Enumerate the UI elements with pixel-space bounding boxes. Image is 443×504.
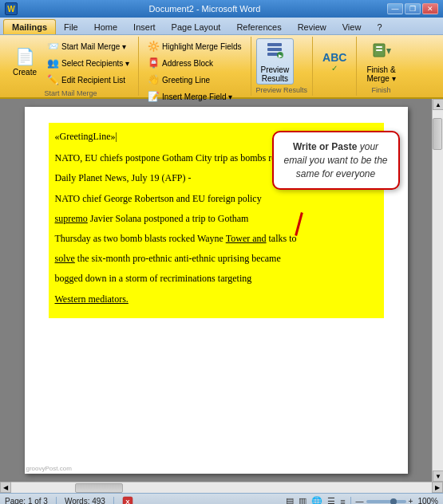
greeting-line-button[interactable]: 👋 Greeting Line (144, 72, 246, 88)
mail-merge-small-buttons: 📨 Start Mail Merge ▾ 👥 Select Recipients… (43, 38, 133, 88)
window-title: Document2 - Microsoft Word (22, 4, 387, 14)
mail-merge-icon: 📨 (47, 41, 59, 52)
restore-button[interactable]: ❐ (405, 3, 421, 14)
paragraph-3: NATO chief George Robertson and EU forei… (55, 191, 378, 207)
web-layout-button[interactable]: 🌐 (311, 496, 322, 504)
zoom-slider[interactable] (366, 500, 406, 503)
tab-home[interactable]: Home (86, 19, 125, 34)
h-scroll-thumb[interactable] (75, 483, 123, 493)
callout-strong: Write or Paste (293, 141, 357, 152)
status-right: ▤ ▥ 🌐 ☰ ≡ — + 100% (286, 496, 438, 504)
preview-results-buttons: ▶ PreviewResults (256, 38, 308, 85)
zoom-minus-button[interactable]: — (356, 497, 364, 504)
abc-group-label (318, 93, 351, 94)
create-icon: 📄 (15, 47, 35, 66)
paragraph-8: Western mediators. (55, 292, 378, 307)
tab-mailings[interactable]: Mailings (3, 19, 56, 34)
tab-page-layout[interactable]: Page Layout (164, 19, 229, 34)
paragraph-7: bogged down in a storm of recriminations… (55, 271, 378, 286)
document-scroll-area[interactable]: Write or Paste your email you want to be… (0, 99, 432, 482)
edit-recipients-icon: ✏️ (47, 74, 59, 85)
document-container: Write or Paste your email you want to be… (0, 99, 443, 482)
svg-rect-6 (376, 46, 382, 48)
title-bar: W Document2 - Microsoft Word — ❐ ✕ (0, 0, 443, 18)
close-button[interactable]: ✕ (422, 3, 438, 14)
select-recipients-button[interactable]: 👥 Select Recipients ▾ (43, 55, 133, 71)
ribbon-group-write-insert: 🔆 Highlight Merge Fields 📮 Address Block… (139, 37, 251, 96)
print-layout-button[interactable]: ▤ (286, 496, 294, 504)
highlight-icon: 🔆 (148, 41, 160, 52)
scroll-left-button[interactable]: ◀ (0, 482, 11, 493)
preview-results-group-label: Preview Results (256, 85, 308, 94)
tab-help[interactable]: ? (369, 19, 390, 34)
svg-marker-8 (386, 49, 391, 54)
start-mail-merge-label: Start Mail Merge ▾ (61, 42, 126, 51)
greeting-line-text: «GreetingLine» (55, 131, 116, 142)
horizontal-scrollbar[interactable] (11, 482, 432, 493)
address-block-button[interactable]: 📮 Address Block (144, 55, 246, 71)
preview-results-button[interactable]: ▶ PreviewResults (256, 38, 295, 85)
start-mail-merge-button[interactable]: 📨 Start Mail Merge ▾ (43, 38, 133, 54)
highlight-merge-fields-label: Highlight Merge Fields (162, 42, 242, 51)
tab-view[interactable]: View (334, 19, 370, 34)
preview-icon: ▶ (265, 41, 284, 64)
scroll-thumb[interactable] (433, 118, 442, 150)
minimize-button[interactable]: — (387, 3, 403, 14)
outline-view-button[interactable]: ☰ (327, 496, 335, 504)
ribbon-tabs: Mailings File Home Insert Page Layout Re… (0, 18, 443, 35)
status-separator-1 (56, 497, 57, 505)
abc-button[interactable]: ABC ✓ (318, 38, 351, 85)
start-mail-merge-group-label: Start Mail Merge (8, 88, 133, 97)
underline-solve: solve (55, 253, 75, 264)
abc-icon: ABC (322, 51, 346, 64)
select-recipients-label: Select Recipients ▾ (61, 59, 129, 68)
scroll-up-button[interactable]: ▲ (433, 99, 443, 110)
underline-tower: Tower and (226, 233, 267, 244)
edit-recipient-list-button[interactable]: ✏️ Edit Recipient List (43, 72, 133, 88)
status-separator-2 (113, 497, 114, 505)
write-insert-small-buttons: 🔆 Highlight Merge Fields 📮 Address Block… (144, 38, 246, 104)
scroll-right-button[interactable]: ▶ (432, 482, 443, 493)
zoom-slider-thumb[interactable] (390, 498, 397, 505)
svg-text:X: X (125, 498, 130, 505)
greeting-line-label: Greeting Line (162, 76, 210, 85)
edit-recipient-list-label: Edit Recipient List (61, 76, 125, 85)
zoom-controls: — + (356, 497, 413, 504)
svg-rect-7 (376, 49, 382, 51)
write-insert-buttons: 🔆 Highlight Merge Fields 📮 Address Block… (144, 38, 246, 104)
full-reading-button[interactable]: ▥ (299, 496, 307, 504)
zoom-level[interactable]: 100% (417, 497, 438, 504)
ribbon-group-start-mail-merge: 📄 Create 📨 Start Mail Merge ▾ 👥 Select R… (3, 37, 139, 96)
finish-group-label: Finish (362, 85, 400, 94)
svg-rect-1 (267, 48, 282, 51)
zoom-plus-button[interactable]: + (409, 497, 413, 504)
tab-review[interactable]: Review (290, 19, 334, 34)
highlight-merge-fields-button[interactable]: 🔆 Highlight Merge Fields (144, 38, 246, 54)
callout-tooltip: Write or Paste your email you want to be… (272, 131, 400, 190)
word-icon: W (5, 2, 18, 15)
paragraph-4: supremo Javier Solana postponed a trip t… (55, 211, 378, 226)
draft-view-button[interactable]: ≡ (340, 497, 345, 505)
vertical-scrollbar[interactable]: ▲ ▼ (432, 99, 443, 482)
create-button[interactable]: 📄 Create (8, 38, 42, 85)
paragraph-6: solve the six-month pro-ethnic anti-ethn… (55, 251, 378, 266)
window-controls: — ❐ ✕ (387, 3, 438, 14)
greeting-line-icon: 👋 (148, 74, 160, 85)
word-count: Words: 493 (65, 497, 105, 504)
tab-insert[interactable]: Insert (125, 19, 164, 34)
scroll-down-button[interactable]: ▼ (433, 471, 443, 482)
tab-references[interactable]: References (228, 19, 289, 34)
recipients-icon: 👥 (47, 57, 59, 69)
ribbon: 📄 Create 📨 Start Mail Merge ▾ 👥 Select R… (0, 35, 443, 99)
address-block-label: Address Block (162, 59, 213, 68)
scroll-track[interactable] (433, 110, 443, 471)
abc-buttons: ABC ✓ (318, 38, 351, 93)
tab-file[interactable]: File (56, 19, 86, 34)
underline-supremo: supremo (55, 213, 88, 224)
address-block-icon: 📮 (148, 57, 160, 69)
finish-merge-button[interactable]: Finish &Merge ▾ (362, 38, 400, 85)
create-label: Create (13, 68, 37, 77)
underline-western: Western mediators. (55, 293, 129, 305)
svg-text:▶: ▶ (279, 53, 283, 58)
page-info: Page: 1 of 3 (5, 497, 48, 504)
